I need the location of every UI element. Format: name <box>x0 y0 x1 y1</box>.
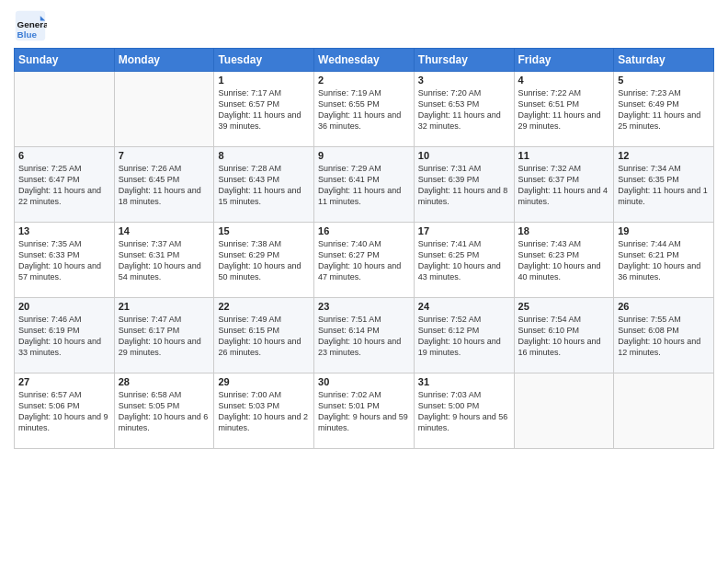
calendar-cell: 8Sunrise: 7:28 AMSunset: 6:43 PMDaylight… <box>214 147 314 223</box>
calendar-cell: 25Sunrise: 7:54 AMSunset: 6:10 PMDayligh… <box>514 298 614 373</box>
cell-content: Sunrise: 7:38 AMSunset: 6:29 PMDaylight:… <box>218 238 310 283</box>
cell-content: Sunrise: 7:34 AMSunset: 6:35 PMDaylight:… <box>618 163 710 208</box>
header: General Blue <box>14 9 714 42</box>
calendar-cell <box>114 72 214 147</box>
calendar-cell: 10Sunrise: 7:31 AMSunset: 6:39 PMDayligh… <box>414 147 514 223</box>
cell-content: Sunrise: 7:31 AMSunset: 6:39 PMDaylight:… <box>418 163 510 208</box>
cell-content: Sunrise: 7:19 AMSunset: 6:55 PMDaylight:… <box>318 87 410 132</box>
week-row-4: 27Sunrise: 6:57 AMSunset: 5:06 PMDayligh… <box>15 373 714 449</box>
cell-content: Sunrise: 7:54 AMSunset: 6:10 PMDaylight:… <box>518 314 610 359</box>
cell-content: Sunrise: 7:28 AMSunset: 6:43 PMDaylight:… <box>218 163 310 208</box>
day-number: 19 <box>618 225 710 236</box>
cell-content: Sunrise: 7:00 AMSunset: 5:03 PMDaylight:… <box>218 389 310 434</box>
calendar-cell: 27Sunrise: 6:57 AMSunset: 5:06 PMDayligh… <box>15 373 115 449</box>
cell-content: Sunrise: 7:22 AMSunset: 6:51 PMDaylight:… <box>518 87 610 132</box>
calendar-cell: 20Sunrise: 7:46 AMSunset: 6:19 PMDayligh… <box>15 298 115 373</box>
cell-content: Sunrise: 7:20 AMSunset: 6:53 PMDaylight:… <box>418 87 510 132</box>
calendar-cell: 22Sunrise: 7:49 AMSunset: 6:15 PMDayligh… <box>214 298 314 373</box>
calendar-cell: 3Sunrise: 7:20 AMSunset: 6:53 PMDaylight… <box>414 72 514 147</box>
day-header-tuesday: Tuesday <box>214 49 314 72</box>
day-number: 31 <box>418 376 510 387</box>
week-row-1: 6Sunrise: 7:25 AMSunset: 6:47 PMDaylight… <box>15 147 714 223</box>
calendar-cell: 1Sunrise: 7:17 AMSunset: 6:57 PMDaylight… <box>214 72 314 147</box>
day-number: 6 <box>18 150 110 161</box>
cell-content: Sunrise: 7:32 AMSunset: 6:37 PMDaylight:… <box>518 163 610 208</box>
day-number: 24 <box>418 301 510 312</box>
cell-content: Sunrise: 7:55 AMSunset: 6:08 PMDaylight:… <box>618 314 710 359</box>
day-number: 30 <box>318 376 410 387</box>
calendar-cell: 9Sunrise: 7:29 AMSunset: 6:41 PMDaylight… <box>314 147 415 223</box>
day-number: 3 <box>418 75 510 86</box>
calendar-cell: 13Sunrise: 7:35 AMSunset: 6:33 PMDayligh… <box>15 223 115 298</box>
calendar-cell <box>514 373 614 449</box>
calendar-cell: 31Sunrise: 7:03 AMSunset: 5:00 PMDayligh… <box>414 373 514 449</box>
cell-content: Sunrise: 7:49 AMSunset: 6:15 PMDaylight:… <box>218 314 310 359</box>
cell-content: Sunrise: 6:57 AMSunset: 5:06 PMDaylight:… <box>18 389 110 434</box>
day-number: 22 <box>218 301 310 312</box>
cell-content: Sunrise: 7:43 AMSunset: 6:23 PMDaylight:… <box>518 238 610 283</box>
cell-content: Sunrise: 7:23 AMSunset: 6:49 PMDaylight:… <box>618 87 710 132</box>
day-number: 21 <box>119 301 210 312</box>
calendar-cell: 19Sunrise: 7:44 AMSunset: 6:21 PMDayligh… <box>614 223 714 298</box>
calendar-cell: 28Sunrise: 6:58 AMSunset: 5:05 PMDayligh… <box>114 373 214 449</box>
cell-content: Sunrise: 7:46 AMSunset: 6:19 PMDaylight:… <box>18 314 110 359</box>
cell-content: Sunrise: 7:02 AMSunset: 5:01 PMDaylight:… <box>318 389 410 434</box>
day-number: 20 <box>18 301 110 312</box>
day-number: 4 <box>518 75 610 86</box>
day-number: 17 <box>418 225 510 236</box>
cell-content: Sunrise: 7:51 AMSunset: 6:14 PMDaylight:… <box>318 314 410 359</box>
calendar-cell: 5Sunrise: 7:23 AMSunset: 6:49 PMDaylight… <box>614 72 714 147</box>
day-number: 1 <box>218 75 310 86</box>
day-number: 27 <box>18 376 110 387</box>
day-number: 8 <box>218 150 310 161</box>
day-header-wednesday: Wednesday <box>314 49 415 72</box>
cell-content: Sunrise: 7:37 AMSunset: 6:31 PMDaylight:… <box>119 238 210 283</box>
calendar-cell: 14Sunrise: 7:37 AMSunset: 6:31 PMDayligh… <box>114 223 214 298</box>
day-number: 9 <box>318 150 410 161</box>
calendar-cell: 16Sunrise: 7:40 AMSunset: 6:27 PMDayligh… <box>314 223 415 298</box>
day-number: 12 <box>618 150 710 161</box>
day-number: 11 <box>518 150 610 161</box>
cell-content: Sunrise: 7:25 AMSunset: 6:47 PMDaylight:… <box>18 163 110 208</box>
calendar-table: SundayMondayTuesdayWednesdayThursdayFrid… <box>14 48 714 449</box>
day-header-friday: Friday <box>514 49 614 72</box>
day-number: 29 <box>218 376 310 387</box>
day-header-sunday: Sunday <box>15 49 115 72</box>
day-number: 16 <box>318 225 410 236</box>
calendar-cell <box>15 72 115 147</box>
day-header-saturday: Saturday <box>614 49 714 72</box>
day-header-thursday: Thursday <box>414 49 514 72</box>
calendar-cell: 30Sunrise: 7:02 AMSunset: 5:01 PMDayligh… <box>314 373 415 449</box>
cell-content: Sunrise: 7:26 AMSunset: 6:45 PMDaylight:… <box>119 163 210 208</box>
calendar-cell: 6Sunrise: 7:25 AMSunset: 6:47 PMDaylight… <box>15 147 115 223</box>
page: General Blue SundayMondayTuesdayWednesda… <box>0 0 728 563</box>
cell-content: Sunrise: 7:44 AMSunset: 6:21 PMDaylight:… <box>618 238 710 283</box>
logo: General Blue <box>14 9 51 42</box>
calendar-cell: 24Sunrise: 7:52 AMSunset: 6:12 PMDayligh… <box>414 298 514 373</box>
day-number: 15 <box>218 225 310 236</box>
calendar-cell: 26Sunrise: 7:55 AMSunset: 6:08 PMDayligh… <box>614 298 714 373</box>
day-number: 7 <box>119 150 210 161</box>
calendar-cell: 18Sunrise: 7:43 AMSunset: 6:23 PMDayligh… <box>514 223 614 298</box>
week-row-3: 20Sunrise: 7:46 AMSunset: 6:19 PMDayligh… <box>15 298 714 373</box>
calendar-cell: 23Sunrise: 7:51 AMSunset: 6:14 PMDayligh… <box>314 298 415 373</box>
calendar-cell: 11Sunrise: 7:32 AMSunset: 6:37 PMDayligh… <box>514 147 614 223</box>
cell-content: Sunrise: 6:58 AMSunset: 5:05 PMDaylight:… <box>119 389 210 434</box>
cell-content: Sunrise: 7:40 AMSunset: 6:27 PMDaylight:… <box>318 238 410 283</box>
day-number: 2 <box>318 75 410 86</box>
day-number: 14 <box>119 225 210 236</box>
day-header-monday: Monday <box>114 49 214 72</box>
day-number: 25 <box>518 301 610 312</box>
cell-content: Sunrise: 7:03 AMSunset: 5:00 PMDaylight:… <box>418 389 510 434</box>
cell-content: Sunrise: 7:35 AMSunset: 6:33 PMDaylight:… <box>18 238 110 283</box>
calendar-cell: 29Sunrise: 7:00 AMSunset: 5:03 PMDayligh… <box>214 373 314 449</box>
day-number: 28 <box>119 376 210 387</box>
week-row-2: 13Sunrise: 7:35 AMSunset: 6:33 PMDayligh… <box>15 223 714 298</box>
cell-content: Sunrise: 7:47 AMSunset: 6:17 PMDaylight:… <box>119 314 210 359</box>
cell-content: Sunrise: 7:29 AMSunset: 6:41 PMDaylight:… <box>318 163 410 208</box>
cell-content: Sunrise: 7:52 AMSunset: 6:12 PMDaylight:… <box>418 314 510 359</box>
day-number: 23 <box>318 301 410 312</box>
calendar-cell: 17Sunrise: 7:41 AMSunset: 6:25 PMDayligh… <box>414 223 514 298</box>
logo-icon: General Blue <box>14 9 47 42</box>
day-number: 5 <box>618 75 710 86</box>
